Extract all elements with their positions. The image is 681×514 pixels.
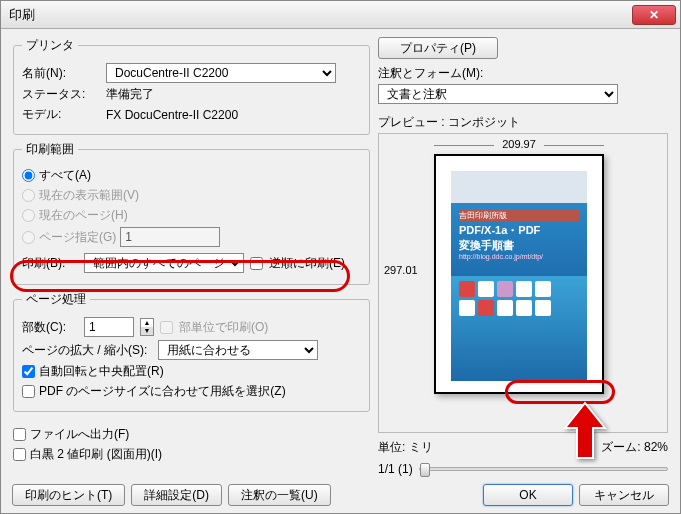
hint-button[interactable]: 印刷のヒント(T)	[12, 484, 125, 506]
unit-label: 単位: ミリ	[378, 439, 433, 456]
collate-checkbox	[160, 321, 173, 334]
preview-label: プレビュー : コンポジット	[378, 114, 668, 131]
pdfsize-checkbox[interactable]	[22, 385, 35, 398]
range-pages-label: ページ指定(G)	[39, 229, 116, 246]
advanced-button[interactable]: 詳細設定(D)	[131, 484, 222, 506]
annot-select[interactable]: 文書と注釈	[378, 84, 618, 104]
handling-legend: ページ処理	[22, 291, 90, 308]
dim-width: 209.97	[434, 138, 604, 150]
range-pages-radio	[22, 231, 35, 244]
print-subset-select[interactable]: 範囲内のすべてのページ	[84, 253, 244, 273]
range-all-radio[interactable]	[22, 169, 35, 182]
dim-height: 297.01	[384, 264, 418, 276]
doc-line1: PDF/X-1a・PDF	[459, 223, 579, 238]
close-icon: ✕	[649, 8, 659, 22]
pdfsize-label: PDF のページサイズに合わせて用紙を選択(Z)	[39, 383, 286, 400]
status-label: ステータス:	[22, 86, 100, 103]
range-view-radio	[22, 189, 35, 202]
range-pages-input	[120, 227, 220, 247]
doc-band: 吉田印刷所版	[459, 210, 579, 221]
doc-line2: 変換手順書	[459, 238, 579, 253]
doc-url: http://blog.ddc.co.jp/mt/dtp/	[459, 253, 579, 260]
range-view-label: 現在の表示範囲(V)	[39, 187, 139, 204]
print-subset-label: 印刷(B):	[22, 255, 78, 272]
copies-input[interactable]	[84, 317, 134, 337]
tofile-label: ファイルへ出力(F)	[30, 426, 129, 443]
collate-label: 部単位で印刷(O)	[179, 319, 268, 336]
cancel-button[interactable]: キャンセル	[579, 484, 669, 506]
model-value: FX DocuCentre-II C2200	[106, 108, 238, 122]
tofile-checkbox[interactable]	[13, 428, 26, 441]
slider-thumb[interactable]	[420, 463, 430, 477]
reverse-checkbox[interactable]	[250, 257, 263, 270]
title-text: 印刷	[9, 6, 632, 24]
name-label: 名前(N):	[22, 65, 100, 82]
page-indicator: 1/1 (1)	[378, 462, 413, 476]
range-all-label: すべて(A)	[39, 167, 91, 184]
reverse-label: 逆順に印刷(E)	[269, 255, 345, 272]
status-value: 準備完了	[106, 86, 154, 103]
bw2-checkbox[interactable]	[13, 448, 26, 461]
range-page-label: 現在のページ(H)	[39, 207, 128, 224]
scale-label: ページの拡大 / 縮小(S):	[22, 342, 152, 359]
autorotate-checkbox[interactable]	[22, 365, 35, 378]
annot-label: 注釈とフォーム(M):	[378, 65, 668, 82]
range-group: 印刷範囲 すべて(A) 現在の表示範囲(V) 現在のページ(H) ページ指定(G…	[13, 141, 370, 285]
ok-button[interactable]: OK	[483, 484, 573, 506]
properties-button[interactable]: プロパティ(P)	[378, 37, 498, 59]
printer-legend: プリンタ	[22, 37, 78, 54]
preview-doc: 吉田印刷所版 PDF/X-1a・PDF 変換手順書 http://blog.dd…	[451, 171, 587, 381]
range-legend: 印刷範囲	[22, 141, 78, 158]
page-slider[interactable]	[419, 467, 668, 471]
spinner-icon[interactable]: ▲▼	[140, 318, 154, 336]
autorotate-label: 自動回転と中央配置(R)	[39, 363, 164, 380]
zoom-label: ズーム: 82%	[601, 439, 668, 456]
printer-group: プリンタ 名前(N): DocuCentre-II C2200 ステータス: 準…	[13, 37, 370, 135]
preview-page: 吉田印刷所版 PDF/X-1a・PDF 変換手順書 http://blog.dd…	[434, 154, 604, 394]
model-label: モデル:	[22, 106, 100, 123]
copies-label: 部数(C):	[22, 319, 78, 336]
scale-select[interactable]: 用紙に合わせる	[158, 340, 318, 360]
preview-area: 209.97 297.01 吉田印刷所版 PDF/X-1a・PDF 変換手順書 …	[378, 133, 668, 433]
bw2-label: 白黒 2 値印刷 (図面用)(I)	[30, 446, 162, 463]
comments-button[interactable]: 注釈の一覧(U)	[228, 484, 331, 506]
range-page-radio	[22, 209, 35, 222]
close-button[interactable]: ✕	[632, 5, 676, 25]
titlebar: 印刷 ✕	[1, 1, 680, 29]
print-dialog: 印刷 ✕ プリンタ 名前(N): DocuCentre-II C2200 ステー…	[0, 0, 681, 514]
handling-group: ページ処理 部数(C): ▲▼ 部単位で印刷(O) ページの拡大 / 縮小(S)…	[13, 291, 370, 412]
printer-name-select[interactable]: DocuCentre-II C2200	[106, 63, 336, 83]
doc-icon-grid	[459, 281, 551, 316]
